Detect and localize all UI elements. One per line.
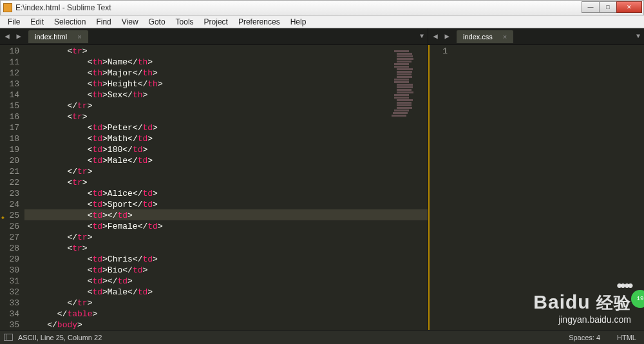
menu-item-goto[interactable]: Goto xyxy=(144,16,171,28)
nav-back-icon[interactable]: ◀ xyxy=(2,32,12,42)
pane-left: ◀ ▶ index.html × ▼ 101112131415161718192… xyxy=(0,28,428,330)
pane-right: ◀ ▶ index.css × ▼ 1 xyxy=(428,28,644,330)
tab-index-css[interactable]: index.css × xyxy=(457,30,513,43)
close-button[interactable]: ✕ xyxy=(616,1,642,13)
editor-left[interactable]: 1011121314151617181920212223242526272829… xyxy=(0,45,428,330)
menu-item-help[interactable]: Help xyxy=(285,16,312,28)
app-icon xyxy=(3,3,12,12)
status-bar: ASCII, Line 25, Column 22 Spaces: 4 HTML xyxy=(0,330,644,344)
maximize-button[interactable]: □ xyxy=(599,1,617,13)
tab-label: index.html xyxy=(35,33,67,41)
nav-back-icon[interactable]: ◀ xyxy=(430,32,440,42)
tabbar-right: ◀ ▶ index.css × ▼ xyxy=(428,28,644,45)
tab-index-html[interactable]: index.html × xyxy=(28,30,88,43)
gutter-left: 1011121314151617181920212223242526272829… xyxy=(0,45,24,330)
tab-close-icon[interactable]: × xyxy=(503,33,507,41)
gutter-right: 1 xyxy=(428,45,453,330)
code-right[interactable] xyxy=(453,45,644,330)
window-titlebar: E:\index.html - Sublime Text — □ ✕ xyxy=(0,0,644,15)
status-syntax[interactable]: HTML xyxy=(617,334,636,341)
tab-label: index.css xyxy=(463,33,493,41)
menu-item-project[interactable]: Project xyxy=(199,16,233,28)
menu-item-edit[interactable]: Edit xyxy=(25,16,49,28)
menu-item-tools[interactable]: Tools xyxy=(171,16,199,28)
menu-bar: FileEditSelectionFindViewGotoToolsProjec… xyxy=(0,15,644,28)
status-spaces[interactable]: Spaces: 4 xyxy=(569,334,600,341)
status-encoding[interactable]: ASCII, Line 25, Column 22 xyxy=(18,334,102,341)
window-controls: — □ ✕ xyxy=(582,1,642,13)
menu-item-find[interactable]: Find xyxy=(91,16,116,28)
nav-forward-icon[interactable]: ▶ xyxy=(14,32,24,42)
minimize-button[interactable]: — xyxy=(582,1,600,13)
badge-icon: 19 xyxy=(631,290,644,308)
sidebar-toggle-icon[interactable] xyxy=(4,334,13,341)
menu-item-view[interactable]: View xyxy=(117,16,144,28)
nav-forward-icon[interactable]: ▶ xyxy=(442,32,452,42)
menu-item-file[interactable]: File xyxy=(3,16,25,28)
editor-right[interactable]: 1 xyxy=(428,45,644,330)
tabbar-left: ◀ ▶ index.html × ▼ xyxy=(0,28,428,45)
window-title: E:\index.html - Sublime Text xyxy=(15,3,111,12)
tab-dropdown-icon[interactable]: ▼ xyxy=(417,33,426,40)
tab-dropdown-icon[interactable]: ▼ xyxy=(634,33,643,40)
menu-item-selection[interactable]: Selection xyxy=(49,16,91,28)
code-left[interactable]: <tr> <th>Name</th> <th>Major</th> <th>He… xyxy=(24,45,428,330)
editor-area: ◀ ▶ index.html × ▼ 101112131415161718192… xyxy=(0,28,644,330)
menu-item-preferences[interactable]: Preferences xyxy=(233,16,285,28)
tab-close-icon[interactable]: × xyxy=(77,33,81,41)
